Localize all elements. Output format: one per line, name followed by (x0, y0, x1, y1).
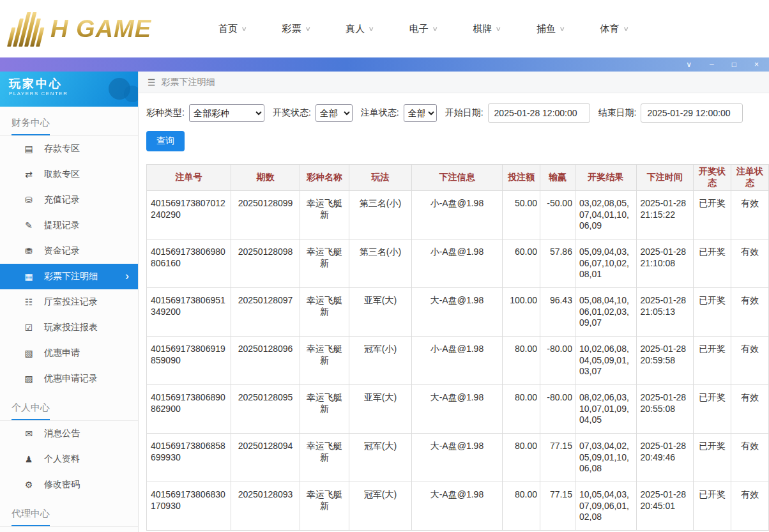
cell-draw-status: 已开奖 (693, 337, 731, 385)
sidebar-item-lottery-bet-details[interactable]: ▦彩票下注明细› (0, 264, 138, 289)
sidebar-item-label: 个人资料 (44, 453, 80, 465)
cell-bet-time: 2025-01-28 20:45:01 (636, 482, 693, 531)
cell-play: 亚军(大) (349, 288, 412, 337)
chevron-down-icon: ∨ (432, 26, 438, 32)
cell-win-loss: -50.00 (540, 191, 575, 239)
cell-win-loss: 96.43 (540, 288, 575, 337)
user-icon: ♟ (23, 454, 34, 464)
page-title: 彩票下注明细 (162, 77, 215, 88)
header-bet-time: 下注时间 (636, 165, 693, 191)
cell-lottery-name: 幸运飞艇新 (300, 434, 349, 482)
cell-win-loss: 57.86 (540, 239, 575, 288)
sidebar-item-announcements[interactable]: ✉消息公告 (0, 421, 138, 446)
nav-item-chess[interactable]: 棋牌∨ (473, 23, 501, 35)
collapse-button[interactable]: ∨ (686, 61, 692, 68)
cell-issue: 20250128093 (231, 482, 300, 531)
cell-bet-amount: 80.00 (503, 482, 540, 531)
sidebar-item-change-password[interactable]: ⚙修改密码 (0, 472, 138, 498)
sidebar-item-deposit-zone[interactable]: ▤存款专区 (0, 136, 138, 162)
nav-item-fishing[interactable]: 捕鱼∨ (537, 23, 565, 35)
pencil-icon: ✎ (23, 220, 34, 231)
cell-bet-info: 大-A盘@1.98 (411, 482, 502, 531)
sidebar-item-player-bet-report[interactable]: ☑玩家投注报表 (0, 315, 138, 340)
cell-play: 冠军(大) (349, 434, 412, 482)
header-order-status: 注单状态 (731, 165, 768, 191)
list-icon: ▦ (23, 271, 34, 282)
nav-item-sports[interactable]: 体育∨ (600, 23, 628, 35)
cell-draw-result: 10,05,04,03,07,09,06,01,02,08 (575, 482, 636, 531)
sidebar-section-heading-label: 个人中心 (11, 402, 50, 420)
sidebar-item-fund-records[interactable]: ⛃资金记录 (0, 238, 138, 264)
sidebar-item-label: 优惠申请 (44, 347, 80, 359)
sidebar-item-withdraw-zone[interactable]: ⇄取款专区 (0, 162, 138, 187)
sidebar-item-label: 彩票下注明细 (44, 271, 98, 282)
cell-win-loss: 77.15 (540, 434, 575, 482)
sidebar-item-label: 优惠申请记录 (44, 373, 98, 384)
maximize-button[interactable]: □ (732, 61, 736, 68)
close-button[interactable]: × (754, 61, 759, 68)
cell-bet-time: 2025-01-28 20:59:58 (636, 337, 693, 385)
draw-status-label: 开奖状态: (273, 107, 311, 119)
cell-order-status: 有效 (731, 191, 768, 239)
minimize-button[interactable]: – (710, 61, 714, 68)
nav-item-live[interactable]: 真人∨ (346, 23, 374, 35)
cell-bet-time: 2025-01-28 21:15:22 (636, 191, 693, 239)
sidebar-item-withdrawal-records[interactable]: ✎提现记录 (0, 213, 138, 238)
end-date-label: 结束日期: (598, 107, 637, 119)
cell-bet-no: 401569173806858699930 (147, 434, 231, 482)
cell-bet-no: 401569173806980806160 (147, 239, 231, 288)
coupon-list-icon: ▨ (23, 374, 34, 384)
main-panel: ☰ 彩票下注明细 彩种类型: 全部彩种 开奖状态: 全部 注单状态: 全部 (139, 72, 769, 532)
nav-item-home[interactable]: 首页∨ (218, 23, 247, 35)
order-status-select[interactable]: 全部 (404, 104, 437, 122)
logo-bars-icon (2, 11, 49, 47)
report-icon: ☑ (23, 323, 34, 333)
sidebar-item-label: 资金记录 (44, 245, 80, 257)
sidebar-item-promo-apply-records[interactable]: ▨优惠申请记录 (0, 366, 138, 391)
cell-bet-time: 2025-01-28 20:49:46 (636, 434, 693, 482)
table-row: 40156917380689086290020250128095幸运飞艇新亚军(… (147, 385, 769, 434)
cell-bet-info: 小-A盘@1.98 (411, 191, 502, 239)
sidebar-item-promo-apply[interactable]: ▧优惠申请 (0, 340, 138, 366)
grid-icon: ☷ (23, 297, 34, 307)
cell-lottery-name: 幸运飞艇新 (300, 239, 349, 288)
start-date-input[interactable] (488, 103, 590, 123)
cell-draw-status: 已开奖 (693, 239, 731, 288)
cell-bet-amount: 100.00 (503, 288, 540, 337)
cell-bet-time: 2025-01-28 21:10:08 (636, 239, 693, 288)
search-button[interactable]: 查询 (146, 131, 185, 151)
cell-draw-result: 07,03,04,02,05,09,01,10,06,08 (575, 434, 636, 482)
nav-label: 棋牌 (473, 23, 492, 35)
nav-item-lottery[interactable]: 彩票∨ (282, 23, 310, 35)
table-row: 40156917380691985909020250128096幸运飞艇新冠军(… (147, 337, 769, 385)
hamburger-icon[interactable]: ☰ (148, 77, 156, 87)
sidebar-item-label: 取款专区 (44, 169, 80, 180)
lottery-type-select[interactable]: 全部彩种 (189, 104, 264, 122)
cell-lottery-name: 幸运飞艇新 (300, 385, 349, 434)
end-date-input[interactable] (641, 103, 743, 123)
moneybag-icon: ⛃ (23, 246, 34, 256)
sidebar-item-label: 消息公告 (44, 428, 80, 439)
workspace: 玩家中心 PLAYERS CENTER 财务中心▤存款专区⇄取款专区⛁充值记录✎… (0, 72, 769, 532)
cell-order-status: 有效 (731, 239, 768, 288)
nav-label: 真人 (346, 23, 365, 35)
cell-bet-info: 小-A盘@1.98 (411, 337, 502, 385)
draw-status-select[interactable]: 全部 (316, 104, 353, 122)
sidebar-item-hall-bet-records[interactable]: ☷厅室投注记录 (0, 289, 138, 315)
header-play: 玩法 (349, 165, 412, 191)
cell-lottery-name: 幸运飞艇新 (300, 337, 349, 385)
sidebar-item-profile[interactable]: ♟个人资料 (0, 446, 138, 472)
cell-win-loss: 77.15 (540, 482, 575, 531)
table-row: 40156917380685869993020250128094幸运飞艇新冠军(… (147, 434, 769, 482)
cell-draw-result: 10,02,06,08,04,05,09,01,03,07 (575, 337, 636, 385)
nav-label: 捕鱼 (537, 23, 556, 35)
chevron-down-icon: ∨ (623, 26, 629, 32)
table-header-row: 注单号期数彩种名称玩法下注信息投注额输赢开奖结果下注时间开奖状态注单状态 (147, 165, 769, 191)
app-logo: H GAME (6, 11, 185, 47)
sidebar-section-heading: 代理中心 (0, 498, 138, 527)
nav-item-electronic[interactable]: 电子∨ (409, 23, 438, 35)
header-lottery-name: 彩种名称 (300, 165, 349, 191)
sidebar-item-recharge-records[interactable]: ⛁充值记录 (0, 187, 138, 213)
header-draw-status: 开奖状态 (693, 165, 731, 191)
table-row: 40156917380683017093020250128093幸运飞艇新冠军(… (147, 482, 769, 531)
